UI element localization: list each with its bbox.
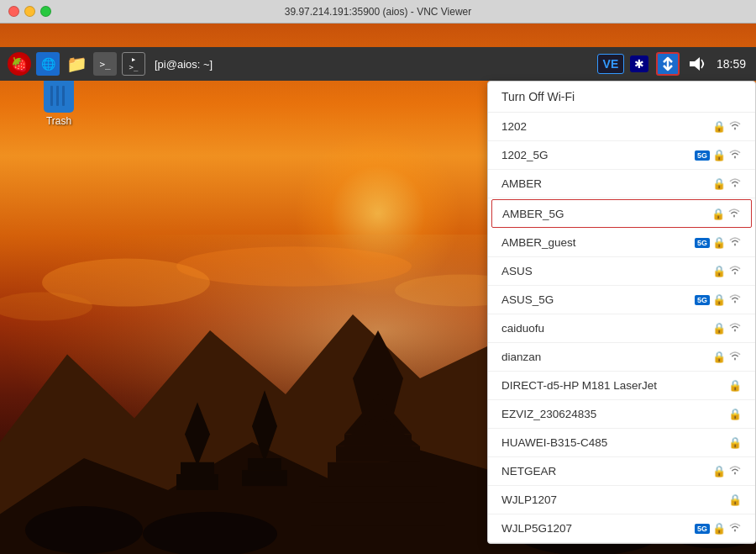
folder-icon: 📁 <box>65 52 88 76</box>
terminal-icon-2: ▶ >_ <box>122 52 145 76</box>
lock-icon: 🔒 <box>712 293 726 306</box>
wifi-network-badges: 🔒 <box>728 379 742 392</box>
raspberry-icon: 🍓 <box>8 52 31 76</box>
5g-badge: 5G <box>695 295 710 305</box>
wifi-network-badges: 🔒 <box>712 177 742 191</box>
wifi-signal-icon <box>728 119 742 134</box>
terminal-label: [pi@aios: ~] <box>150 58 218 71</box>
globe-icon: 🌐 <box>36 52 60 76</box>
wifi-network-item[interactable]: dianzan🔒 <box>488 343 755 372</box>
wifi-network-name: WJLP1207 <box>501 493 728 506</box>
5g-badge: 5G <box>695 150 710 161</box>
wifi-network-badges: 5G🔒 <box>695 293 742 307</box>
svg-rect-16 <box>181 462 214 474</box>
wifi-network-badges: 🔒 <box>728 493 742 506</box>
terminal-button-2[interactable]: ▶ >_ <box>121 51 146 77</box>
wifi-network-badges: 5G🔒 <box>695 148 742 162</box>
wifi-network-item[interactable]: 1202_5G5G🔒 <box>488 141 755 170</box>
lock-icon: 🔒 <box>712 236 726 249</box>
wifi-arrows-icon <box>659 55 677 73</box>
svg-rect-20 <box>242 470 287 486</box>
wifi-network-item[interactable]: WJLP1207🔒 <box>488 486 755 514</box>
wifi-network-name: ASUS_5G <box>501 293 695 306</box>
bluetooth-button[interactable]: ✱ <box>627 52 651 76</box>
trash-label: Trash <box>46 115 71 127</box>
speaker-icon <box>688 56 705 71</box>
wifi-network-item[interactable]: ASUS🔒 <box>488 257 755 286</box>
wifi-signal-icon <box>728 350 742 364</box>
turn-off-wifi-button[interactable]: Turn Off Wi-Fi <box>488 82 755 113</box>
wifi-network-name: AMBER_guest <box>501 236 695 249</box>
wifi-network-item[interactable]: 1202🔒 <box>488 113 755 141</box>
wifi-button[interactable] <box>656 52 680 76</box>
svg-rect-13 <box>319 486 437 502</box>
lock-icon: 🔒 <box>712 177 726 190</box>
wifi-network-badges: 🔒 <box>711 207 741 221</box>
wifi-network-badges: 5G🔒 <box>695 235 742 250</box>
lock-icon: 🔒 <box>728 493 742 506</box>
wifi-network-item[interactable]: AMBER_guest5G🔒 <box>488 229 755 257</box>
browser-button[interactable]: 🌐 <box>35 51 60 77</box>
title-bar: 39.97.214.191:35900 (aios) - VNC Viewer <box>0 0 756 24</box>
wifi-network-name: 1202_5G <box>501 149 695 161</box>
wifi-network-name: AMBER <box>501 177 712 190</box>
raspberry-pi-button[interactable]: 🍓 <box>7 51 32 77</box>
wifi-network-item[interactable]: DIRECT-d5-HP M181 LaserJet🔒 <box>488 372 755 400</box>
wifi-network-badges: 🔒 <box>728 408 742 420</box>
window-title: 39.97.214.191:35900 (aios) - VNC Viewer <box>285 6 472 18</box>
file-manager-button[interactable]: 📁 <box>64 51 89 77</box>
wifi-network-item[interactable]: AMBER🔒 <box>488 170 755 198</box>
lock-icon: 🔒 <box>728 379 742 392</box>
wifi-network-badges: 🔒 <box>712 264 742 278</box>
maximize-button[interactable] <box>40 6 51 17</box>
svg-marker-25 <box>690 57 700 71</box>
svg-rect-17 <box>176 474 218 490</box>
lock-icon: 🔒 <box>712 265 726 277</box>
wifi-network-badges: 🔒 <box>712 464 742 478</box>
wifi-network-item[interactable]: caiduofu🔒 <box>488 314 755 343</box>
terminal-button-1[interactable]: >_ <box>92 51 118 77</box>
svg-rect-19 <box>248 458 281 470</box>
wifi-network-badges: 🔒 <box>712 119 742 134</box>
wifi-network-name: caiduofu <box>501 322 712 335</box>
lock-icon: 🔒 <box>712 522 726 535</box>
wifi-network-item[interactable]: NETGEAR🔒 <box>488 457 755 486</box>
lock-icon: 🔒 <box>712 120 726 133</box>
taskbar: 🍓 🌐 📁 >_ ▶ <box>0 47 756 81</box>
lock-icon: 🔒 <box>712 322 726 335</box>
wifi-signal-icon <box>728 235 742 250</box>
svg-rect-10 <box>336 446 420 462</box>
wifi-signal-icon <box>728 148 742 162</box>
svg-rect-14 <box>311 502 445 526</box>
svg-rect-12 <box>328 462 428 487</box>
lock-icon: 🔒 <box>728 436 742 449</box>
wifi-network-item[interactable]: AMBER_5G🔒 <box>491 199 752 228</box>
ve-button[interactable]: VE <box>599 52 622 76</box>
wifi-network-item[interactable]: WJLP5G12075G🔒 <box>488 514 755 543</box>
wifi-network-badges: 5G🔒 <box>695 521 742 536</box>
wifi-network-item[interactable]: ASUS_5G5G🔒 <box>488 286 755 314</box>
wifi-network-item[interactable]: EZVIZ_230624835🔒 <box>488 400 755 429</box>
5g-badge: 5G <box>695 524 710 534</box>
speaker-button[interactable] <box>685 52 708 76</box>
wifi-network-item[interactable]: HUAWEI-B315-C485🔒 <box>488 429 755 457</box>
wifi-signal-icon <box>728 177 742 191</box>
wifi-network-name: dianzan <box>501 351 712 363</box>
bluetooth-icon: ✱ <box>630 55 648 72</box>
terminal-icon-1: >_ <box>93 52 117 76</box>
wifi-network-name: ASUS <box>501 265 712 277</box>
close-button[interactable] <box>8 6 19 17</box>
minimize-button[interactable] <box>24 6 35 17</box>
wifi-network-name: EZVIZ_230624835 <box>501 408 728 420</box>
wifi-signal-icon <box>728 293 742 307</box>
lock-icon: 🔒 <box>711 208 725 220</box>
5g-badge: 5G <box>695 238 710 248</box>
svg-point-2 <box>176 246 412 287</box>
desktop: 🍓 🌐 📁 >_ ▶ <box>0 24 756 554</box>
wifi-network-name: HUAWEI-B315-C485 <box>501 436 728 449</box>
wifi-signal-icon <box>728 521 742 536</box>
wifi-network-list: 1202🔒 1202_5G5G🔒 AMBER🔒 AMBER_5G🔒 AMBER_… <box>488 113 755 543</box>
system-tray: VE ✱ <box>599 52 749 76</box>
wifi-network-name: AMBER_5G <box>502 208 711 220</box>
wifi-signal-icon <box>728 464 742 478</box>
